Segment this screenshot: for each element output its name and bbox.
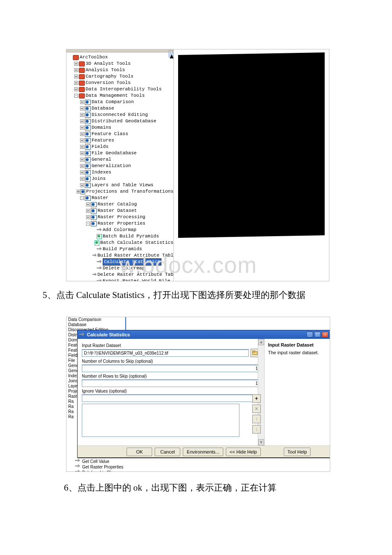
tree-item[interactable]: - Raster [68, 195, 173, 201]
tree-item[interactable]: + Raster Dataset [68, 208, 173, 214]
tool-help-button[interactable]: Tool Help [284, 448, 311, 456]
tree-item[interactable]: + Raster Catalog [68, 201, 173, 208]
hammer-icon [75, 464, 80, 468]
expand-icon[interactable]: + [80, 139, 84, 142]
tree-item[interactable]: + Generalization [68, 163, 173, 169]
tree-item[interactable]: Database [66, 322, 126, 327]
tree-item[interactable]: Data Comparison [66, 317, 126, 322]
expand-icon[interactable]: + [74, 62, 78, 66]
collapse-icon[interactable]: - [74, 94, 78, 98]
expand-icon[interactable]: + [86, 202, 90, 206]
tree-item-label: Raster Properties [98, 220, 145, 227]
tree-item[interactable]: + Projections and Transformations [68, 188, 173, 195]
scroll-down-icon[interactable]: ▼ [258, 439, 264, 445]
tree-item[interactable]: - Data Management Tools [68, 92, 173, 99]
tree-item[interactable]: + Features [68, 137, 173, 144]
calculate-statistics-screenshot: Data ComparisonDatabaseDisconnected Edit… [66, 317, 330, 472]
cols-skip-field[interactable]: 1 [82, 364, 260, 372]
expand-icon[interactable]: + [80, 151, 84, 155]
ignore-values-list[interactable] [82, 404, 239, 437]
tree-item[interactable]: + File Geodatabase [68, 150, 173, 156]
tree-item[interactable]: Build Raster Attribute Tabl [68, 252, 173, 259]
tree-item[interactable]: + 3D Analyst Tools [68, 61, 173, 67]
expand-icon[interactable]: + [77, 190, 80, 194]
expand-icon[interactable]: + [86, 209, 90, 213]
tree-item[interactable]: + Analysis Tools [68, 67, 173, 73]
ignore-value-field[interactable] [82, 394, 260, 402]
tree-item[interactable]: + Feature Class [68, 131, 173, 137]
tree-item[interactable]: ArcToolbox [68, 54, 173, 61]
expand-icon[interactable]: + [80, 183, 84, 187]
expand-icon[interactable]: + [80, 177, 84, 181]
environments-button[interactable]: Environments... [183, 448, 223, 456]
collapse-icon[interactable]: - [80, 196, 84, 200]
expand-icon[interactable]: + [80, 171, 84, 174]
expand-icon[interactable]: + [80, 145, 84, 149]
expand-icon[interactable]: + [80, 132, 84, 136]
tree-item[interactable]: + Data Interoperability Tools [68, 86, 173, 92]
input-raster-field[interactable]: D:\学习\ENVI\DEM\SRTM_u03_n039e112.tif [82, 349, 249, 357]
tree-item[interactable]: Delete Raster Attribute Tab [68, 272, 173, 278]
tree-item[interactable]: + Data Comparison [68, 99, 173, 105]
dialog-titlebar[interactable]: Calculate Statistics _ □ × [78, 330, 330, 339]
collapse-icon[interactable]: - [86, 222, 90, 225]
tree-item[interactable]: Get Cell Value [75, 459, 177, 464]
tree-item-label: Joins [92, 176, 106, 182]
tree-item[interactable]: Build Pyramids [68, 246, 173, 252]
expand-icon[interactable]: + [80, 126, 84, 130]
expand-icon[interactable]: + [74, 75, 78, 78]
expand-icon[interactable]: + [80, 164, 84, 168]
tree-item[interactable]: + Conversion Tools [68, 80, 173, 86]
expand-icon[interactable]: + [86, 215, 90, 219]
expand-icon[interactable]: + [80, 113, 84, 117]
tree-item[interactable]: + Layers and Table Views [68, 182, 173, 188]
tree-item[interactable]: + Indexes [68, 169, 173, 176]
tset-icon [85, 125, 91, 130]
tree-item[interactable]: Calculate Statistics [68, 259, 173, 265]
hide-help-button[interactable]: << Hide Help [226, 448, 261, 456]
expand-icon[interactable]: + [80, 158, 84, 162]
arctoolbox-panel: × ▲ ArcToolbox + 3D Analyst Tools + Anal… [66, 49, 174, 281]
rows-skip-field[interactable]: 1 [82, 379, 260, 387]
minimize-button[interactable]: _ [306, 332, 313, 338]
tree-item[interactable]: Relationship Classes [75, 470, 177, 472]
maximize-button[interactable]: □ [314, 332, 321, 338]
remove-value-button[interactable]: × [252, 405, 261, 413]
tree-item[interactable]: Batch Build Pyramids [68, 233, 173, 240]
tree-item[interactable]: + Distributed Geodatabase [68, 118, 173, 124]
tree-item-label: Projections and Transformations [86, 188, 173, 195]
expand-icon[interactable]: + [80, 100, 84, 104]
expand-icon[interactable]: + [74, 81, 78, 85]
tree-item[interactable]: + Raster Processing [68, 214, 173, 220]
tree-item[interactable]: + Joins [68, 176, 173, 182]
ok-button[interactable]: OK [127, 448, 152, 456]
tree-item-label: ArcToolbox [80, 54, 108, 61]
toolbox-tree[interactable]: ArcToolbox + 3D Analyst Tools + Analysis… [66, 52, 173, 281]
tree-item[interactable]: Delete Colormap [68, 265, 173, 272]
expand-icon[interactable]: + [74, 87, 78, 91]
cancel-button[interactable]: Cancel [155, 448, 180, 456]
expand-icon[interactable]: + [74, 68, 78, 72]
expand-icon[interactable]: + [80, 107, 84, 110]
move-up-button[interactable]: ↑ [252, 415, 261, 423]
tree-item[interactable]: + Disconnected Editing [68, 112, 173, 118]
scroll-up-icon[interactable]: ▲ [258, 339, 264, 345]
tree-item[interactable]: Batch Calculate Statistics [68, 240, 173, 246]
tree-item[interactable]: + Fields [68, 144, 173, 150]
close-button[interactable]: × [322, 332, 329, 338]
tree-item-label: Layers and Table Views [92, 182, 153, 188]
tree-item[interactable]: + Database [68, 105, 173, 112]
tree-item[interactable]: + Domains [68, 124, 173, 131]
map-view[interactable] [174, 49, 329, 281]
tree-item[interactable]: Add Colormap [68, 227, 173, 233]
move-down-button[interactable]: ↓ [252, 425, 261, 434]
panel-scroll-up[interactable]: ▲ [168, 52, 173, 58]
expand-icon[interactable]: + [80, 119, 84, 123]
tree-item[interactable]: - Raster Properties [68, 220, 173, 227]
add-value-button[interactable]: + [252, 394, 261, 403]
background-tree-tail[interactable]: Get Cell Value Get Raster Properties Rel… [66, 459, 177, 471]
tree-item[interactable]: + Cartography Tools [68, 73, 173, 80]
tree-item[interactable]: + General [68, 156, 173, 163]
tree-item[interactable]: Export Raster World File [68, 278, 173, 281]
tree-item[interactable]: Get Raster Properties [75, 464, 177, 470]
